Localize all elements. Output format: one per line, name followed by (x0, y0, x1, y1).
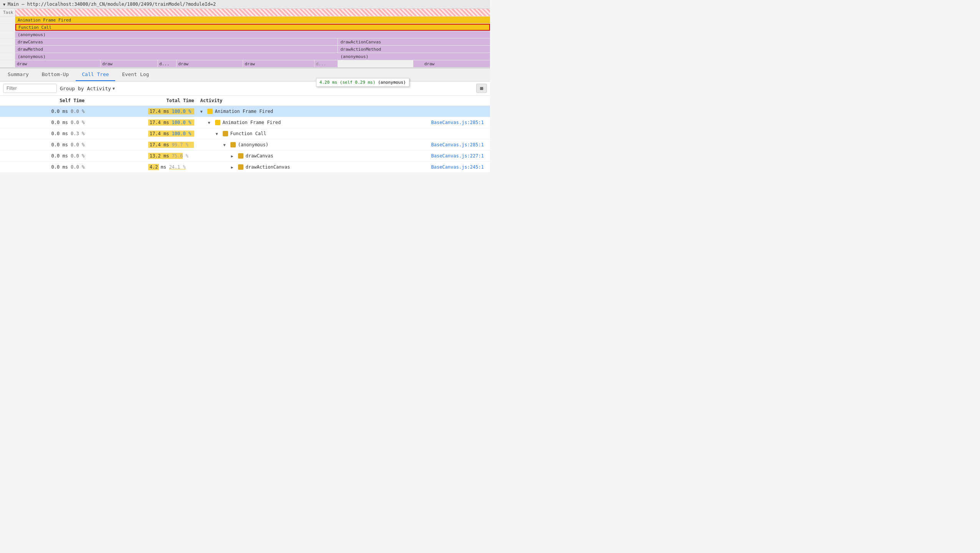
flame-row-function-call: Function Call (0, 24, 490, 31)
header-self-time: Self Time (0, 96, 88, 106)
flame-row-anonymous2: (anonymous) (anonymous) (0, 53, 490, 60)
task-bar (15, 9, 490, 16)
activity-cell: ▼ Function Call (197, 128, 490, 139)
tooltip: 4.20 ms (self 0.29 ms) (anonymous) (316, 78, 409, 87)
activity-icon (207, 109, 213, 114)
table-row[interactable]: 0.0 ms 0.0 % 13.2 ms 75.6 % (0, 151, 490, 162)
flame-row-anonymous1: (anonymous) (0, 31, 490, 38)
total-time-cell: 4.2 ms 24.1 % (88, 162, 197, 173)
header-activity: Activity (197, 96, 490, 106)
source-link[interactable]: BaseCanvas.js:285:1 (431, 142, 487, 147)
bottom-panel: Summary Bottom-Up Call Tree Event Log Gr… (0, 68, 490, 173)
bar-anonymous1[interactable]: (anonymous) (15, 31, 490, 38)
task-row: Task (0, 9, 490, 17)
source-link[interactable]: BaseCanvas.js:285:1 (431, 120, 487, 125)
main-container: ▼ Main — http://localhost:34000/zh_CN/mo… (0, 0, 490, 173)
source-link[interactable]: BaseCanvas.js:227:1 (431, 153, 487, 159)
activity-icon (238, 153, 243, 159)
draw-segments: draw draw d... draw draw d... (15, 60, 490, 67)
expand-arrow[interactable]: ▼ (208, 121, 213, 125)
activity-cell: ▶ drawCanvas BaseCanvas.js:227:1 (197, 151, 490, 162)
total-time-cell: 13.2 ms 75.6 % (88, 151, 197, 162)
settings-button[interactable]: ⊞ (476, 84, 487, 93)
expand-arrow[interactable]: ▶ (231, 165, 236, 169)
flame-row-drawmethod: drawMethod drawActionMethod (0, 46, 490, 53)
activity-icon (230, 142, 236, 147)
flame-row-draw: draw draw d... draw draw d... (0, 60, 490, 68)
tooltip-label: (anonymous) (378, 80, 406, 85)
tab-call-tree[interactable]: Call Tree (76, 68, 115, 81)
draw-seg-6[interactable]: d... (315, 60, 338, 67)
self-time-cell: 0.0 ms 0.0 % (0, 117, 88, 128)
table-header-row: Self Time Total Time Activity (0, 96, 490, 106)
tab-event-log[interactable]: Event Log (116, 68, 155, 81)
self-time-cell: 0.0 ms 0.0 % (0, 151, 88, 162)
self-time-cell: 0.0 ms 0.3 % (0, 128, 88, 139)
group-label: Group by Activity (60, 86, 111, 91)
activity-cell: ▼ Animation Frame Fired (197, 106, 490, 117)
activity-icon (223, 131, 228, 136)
draw-seg-5[interactable]: draw (243, 60, 314, 67)
activity-cell: ▶ drawActionCanvas BaseCanvas.js:245:1 (197, 162, 490, 173)
self-time-cell: 0.0 ms 0.0 % (0, 106, 88, 117)
bar-animation-frame[interactable]: Animation Frame Fired (15, 17, 490, 23)
tab-summary[interactable]: Summary (2, 68, 35, 81)
triangle-icon: ▼ (3, 2, 5, 7)
bar-anonymous2[interactable]: (anonymous) (15, 53, 338, 60)
header-total-time: Total Time (88, 96, 197, 106)
filter-row: Group by Activity ▼ ⊞ (0, 81, 490, 96)
total-time-cell: 17.4 ms 100.0 % (88, 106, 197, 117)
expand-arrow[interactable]: ▼ (200, 109, 205, 114)
dropdown-arrow-icon: ▼ (113, 86, 115, 91)
draw-seg-1[interactable]: draw (15, 60, 101, 67)
tab-bar: Summary Bottom-Up Call Tree Event Log (0, 68, 490, 81)
filter-input[interactable] (3, 84, 57, 93)
url-text: Main — http://localhost:34000/zh_CN/modu… (8, 2, 216, 7)
tooltip-timing: 4.20 ms (self 0.29 ms) (319, 80, 376, 85)
self-time-cell: 0.0 ms 0.0 % (0, 162, 88, 173)
bar-drawactionmethod[interactable]: drawActionMethod (338, 46, 490, 53)
bar-function-call[interactable]: Function Call (15, 24, 490, 31)
flame-row-animation: Animation Frame Fired (0, 17, 490, 24)
total-time-cell: 17.4 ms 99.7 % (88, 139, 197, 151)
timeline-area: Task Animatio...e Fired Function Call (a… (0, 9, 490, 68)
table-row[interactable]: 0.0 ms 0.3 % 17.4 ms 100.0 % (0, 128, 490, 139)
call-tree-table: Self Time Total Time Activity 0.0 ms 0.0… (0, 96, 490, 173)
tab-bottom-up[interactable]: Bottom-Up (36, 68, 75, 81)
activity-icon (238, 164, 243, 170)
task-label: Task (0, 9, 15, 16)
bar-anonymous2-right[interactable]: (anonymous) (338, 53, 490, 60)
source-link[interactable]: BaseCanvas.js:245:1 (431, 164, 487, 170)
bar-drawcanvas[interactable]: drawCanvas (15, 38, 338, 45)
expand-arrow[interactable]: ▼ (216, 132, 220, 136)
table-row[interactable]: 0.0 ms 0.0 % 17.4 ms 100.0 % (0, 106, 490, 117)
panel-icon: ⊞ (480, 85, 483, 91)
activity-cell: ▼ (anonymous) BaseCanvas.js:285:1 (197, 139, 490, 151)
table-row[interactable]: 0.0 ms 0.0 % 17.4 ms 100.0 % (0, 117, 490, 128)
expand-arrow[interactable]: ▶ (231, 154, 236, 158)
total-time-cell: 17.4 ms 100.0 % (88, 128, 197, 139)
self-time-cell: 0.0 ms 0.0 % (0, 139, 88, 151)
activity-cell: ▼ Animation Frame Fired BaseCanvas.js:28… (197, 117, 490, 128)
flame-row-drawcanvas: drawCanvas drawActionCanvas (0, 38, 490, 46)
draw-seg-2[interactable]: draw (101, 60, 157, 67)
draw-seg-3[interactable]: d... (158, 60, 177, 67)
table-row[interactable]: 0.0 ms 0.0 % 17.4 ms 99.7 % (0, 139, 490, 151)
group-dropdown[interactable]: Group by Activity ▼ (60, 86, 115, 91)
total-time-cell: 17.4 ms 100.0 % (88, 117, 197, 128)
url-bar: ▼ Main — http://localhost:34000/zh_CN/mo… (0, 0, 490, 9)
expand-arrow[interactable]: ▼ (223, 143, 228, 147)
table-row[interactable]: 0.0 ms 0.0 % 4.2 ms 24.1 % (0, 162, 490, 173)
draw-seg-4[interactable]: draw (177, 60, 243, 67)
bar-drawactioncanvas[interactable]: drawActionCanvas (338, 38, 490, 45)
bar-drawmethod[interactable]: drawMethod (15, 46, 338, 53)
flame-rows: Animatio...e Fired Function Call (anonym… (0, 17, 490, 68)
activity-icon (215, 120, 220, 125)
